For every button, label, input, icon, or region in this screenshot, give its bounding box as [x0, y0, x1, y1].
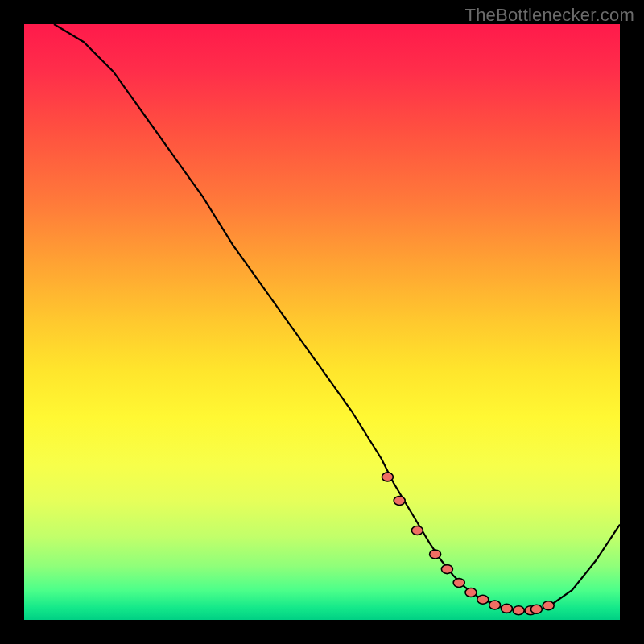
optimum-marker: [430, 550, 441, 559]
optimum-marker: [477, 595, 489, 604]
chart-frame: TheBottlenecker.com: [0, 0, 644, 644]
optimum-markers: [382, 473, 554, 615]
optimum-marker: [382, 473, 393, 481]
optimum-marker: [465, 588, 477, 597]
bottleneck-curve: [54, 24, 620, 611]
optimum-marker: [501, 604, 512, 613]
optimum-marker: [453, 579, 464, 588]
watermark-text: TheBottlenecker.com: [465, 5, 634, 26]
optimum-marker: [489, 601, 501, 609]
plot-area: [24, 24, 620, 620]
optimum-marker: [441, 565, 452, 574]
optimum-marker: [411, 526, 423, 535]
chart-svg: [24, 24, 620, 620]
optimum-marker: [513, 606, 524, 615]
optimum-marker: [530, 605, 542, 613]
optimum-marker: [394, 497, 405, 506]
optimum-marker: [543, 601, 554, 610]
